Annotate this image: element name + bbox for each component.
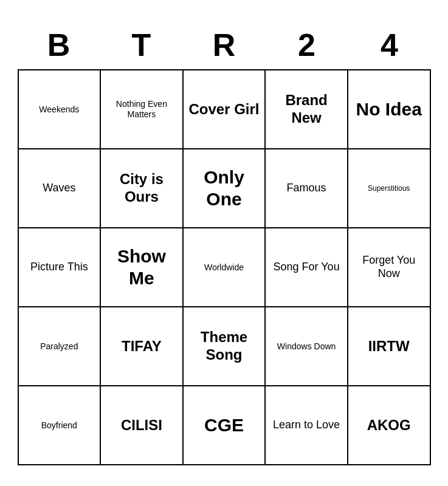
cell-text-r4-c1: CILISI	[121, 417, 162, 434]
header-col-t: T	[100, 21, 183, 69]
cell-r4-c3[interactable]: Learn to Love	[266, 386, 348, 465]
cell-r2-c4[interactable]: Forget You Now	[348, 228, 431, 307]
cell-text-r0-c4: No Idea	[356, 98, 422, 120]
cell-text-r0-c1: Nothing Even Matters	[105, 99, 179, 120]
cell-text-r4-c2: CGE	[204, 414, 244, 436]
cell-r1-c4[interactable]: Superstitious	[348, 149, 431, 228]
cell-text-r0-c0: Weekends	[39, 104, 79, 115]
cell-text-r1-c1: City is Ours	[105, 171, 179, 206]
cell-text-r0-c3: Brand New	[269, 92, 343, 127]
cell-r0-c1[interactable]: Nothing Even Matters	[101, 70, 184, 149]
cell-text-r4-c0: Boyfriend	[41, 420, 77, 431]
cell-text-r3-c1: TIFAY	[122, 338, 162, 355]
header-col-2: 2	[266, 21, 348, 69]
cell-text-r3-c2: Theme Song	[187, 329, 261, 364]
cell-r1-c3[interactable]: Famous	[266, 149, 348, 228]
cell-r3-c2[interactable]: Theme Song	[184, 307, 266, 386]
cell-text-r2-c1: Show Me	[105, 245, 179, 289]
cell-r4-c4[interactable]: AKOG	[348, 386, 431, 465]
bingo-grid: WeekendsNothing Even MattersCover GirlBr…	[18, 69, 431, 465]
header-col-4: 4	[348, 21, 431, 69]
cell-r1-c2[interactable]: Only One	[184, 149, 266, 228]
cell-r2-c0[interactable]: Picture This	[19, 228, 102, 307]
cell-r4-c0[interactable]: Boyfriend	[19, 386, 102, 465]
cell-text-r3-c3: Windows Down	[277, 341, 336, 352]
cell-text-r0-c2: Cover Girl	[188, 101, 259, 118]
cell-text-r3-c0: Paralyzed	[40, 341, 78, 352]
cell-r3-c4[interactable]: IIRTW	[348, 307, 431, 386]
cell-r4-c1[interactable]: CILISI	[101, 386, 184, 465]
cell-text-r2-c2: Worldwide	[204, 262, 244, 273]
cell-r2-c1[interactable]: Show Me	[101, 228, 184, 307]
cell-text-r2-c3: Song For You	[274, 261, 340, 274]
cell-r3-c3[interactable]: Windows Down	[266, 307, 348, 386]
bingo-card: BTR24 WeekendsNothing Even MattersCover …	[12, 15, 437, 471]
bingo-header: BTR24	[18, 21, 431, 69]
cell-text-r2-c4: Forget You Now	[352, 254, 426, 280]
cell-r0-c3[interactable]: Brand New	[266, 70, 348, 149]
cell-r2-c3[interactable]: Song For You	[266, 228, 348, 307]
cell-r3-c1[interactable]: TIFAY	[101, 307, 184, 386]
cell-r3-c0[interactable]: Paralyzed	[19, 307, 102, 386]
cell-text-r1-c3: Famous	[287, 182, 326, 195]
cell-text-r3-c4: IIRTW	[368, 338, 410, 355]
cell-text-r2-c0: Picture This	[30, 261, 88, 274]
header-col-b: B	[18, 21, 100, 69]
cell-r0-c2[interactable]: Cover Girl	[184, 70, 266, 149]
cell-r2-c2[interactable]: Worldwide	[184, 228, 266, 307]
cell-text-r1-c2: Only One	[187, 166, 261, 210]
cell-text-r4-c4: AKOG	[367, 417, 411, 434]
cell-text-r1-c0: Waves	[43, 182, 75, 195]
cell-r4-c2[interactable]: CGE	[184, 386, 266, 465]
cell-r0-c4[interactable]: No Idea	[348, 70, 431, 149]
cell-text-r1-c4: Superstitious	[368, 184, 410, 193]
cell-r0-c0[interactable]: Weekends	[19, 70, 102, 149]
header-col-r: R	[183, 21, 266, 69]
cell-r1-c0[interactable]: Waves	[19, 149, 102, 228]
cell-r1-c1[interactable]: City is Ours	[101, 149, 184, 228]
cell-text-r4-c3: Learn to Love	[273, 419, 340, 432]
